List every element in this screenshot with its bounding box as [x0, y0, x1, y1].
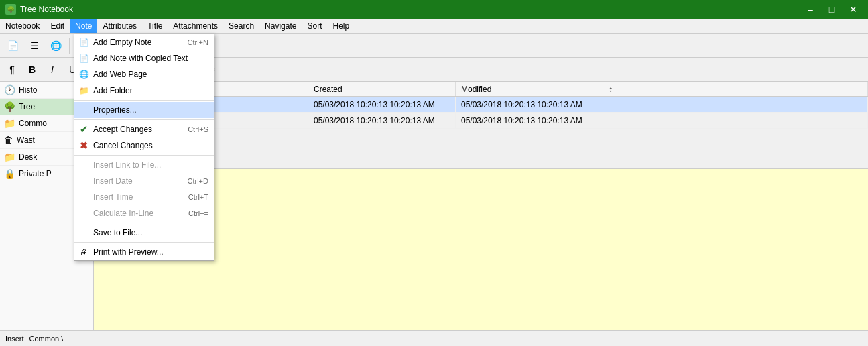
- menu-attributes[interactable]: Attributes: [97, 19, 142, 33]
- dropdown-sep-1: [74, 100, 214, 101]
- cancel-changes-icon: ✖: [77, 139, 90, 152]
- add-empty-note-shortcut: Ctrl+N: [188, 38, 208, 46]
- maximize-button[interactable]: □: [822, 2, 841, 17]
- menu-title[interactable]: Title: [142, 19, 168, 33]
- private-icon: 🔒: [4, 168, 15, 179]
- cell-modified-2: 05/03/2018 10:20:13 10:20:13 AM: [456, 113, 603, 128]
- close-button[interactable]: ✕: [844, 2, 863, 17]
- window-controls: – □ ✕: [801, 2, 863, 17]
- menu-cancel-changes[interactable]: ✖ Cancel Changes: [74, 137, 214, 154]
- menu-properties[interactable]: Properties...: [74, 102, 214, 118]
- app-title: Tree Notebook: [20, 5, 73, 14]
- col-extra: ↕: [603, 82, 868, 96]
- italic-button[interactable]: I: [43, 61, 62, 78]
- menu-attachments[interactable]: Attachments: [168, 19, 223, 33]
- calculate-inline-shortcut: Ctrl+=: [188, 209, 208, 217]
- calculate-inline-label: Calculate In-Line: [93, 209, 153, 218]
- add-note-copied-icon: 📄: [77, 52, 90, 65]
- accept-changes-shortcut: Ctrl+S: [188, 125, 208, 133]
- sidebar-label-desktop: Desk: [19, 152, 37, 162]
- menu-edit[interactable]: Edit: [45, 19, 70, 33]
- menu-search[interactable]: Search: [223, 19, 259, 33]
- tree-icon: 🌳: [4, 101, 15, 112]
- toolbar-sep-1: [69, 38, 70, 54]
- print-preview-label: Print with Preview...: [93, 247, 164, 257]
- menu-insert-link: Insert Link to File...: [74, 157, 214, 173]
- menu-insert-date: Insert Date Ctrl+D: [74, 173, 214, 189]
- menu-accept-changes[interactable]: ✔ Accept Changes Ctrl+S: [74, 121, 214, 137]
- sidebar-label-wastebin: Wast: [17, 135, 35, 145]
- minimize-button[interactable]: –: [801, 2, 820, 17]
- dropdown-sep-2: [74, 119, 214, 120]
- list-view-button[interactable]: ☰: [24, 36, 44, 55]
- menu-help[interactable]: Help: [327, 19, 355, 33]
- insert-time-label: Insert Time: [93, 192, 133, 202]
- cell-created-2: 05/03/2018 10:20:13 10:20:13 AM: [308, 113, 456, 128]
- menu-save-to-file[interactable]: Save to File...: [74, 225, 214, 241]
- menu-add-note-copied[interactable]: 📄 Add Note with Copied Text: [74, 50, 214, 66]
- note-dropdown-menu: 📄 Add Empty Note Ctrl+N 📄 Add Note with …: [74, 34, 214, 261]
- wastebin-icon: 🗑: [4, 135, 13, 146]
- insert-date-label: Insert Date: [93, 176, 133, 186]
- browser-button[interactable]: 🌐: [46, 36, 66, 55]
- status-bar: Insert Common \: [0, 330, 868, 346]
- menu-add-web-page[interactable]: 🌐 Add Web Page: [74, 66, 214, 82]
- add-folder-icon: 📁: [77, 84, 90, 97]
- dropdown-sep-4: [74, 223, 214, 223]
- add-empty-note-label: Add Empty Note: [93, 38, 151, 47]
- menu-add-folder[interactable]: 📁 Add Folder: [74, 82, 214, 99]
- new-doc-button[interactable]: 📄: [3, 36, 23, 55]
- cell-created-1: 05/03/2018 10:20:13 10:20:13 AM: [308, 97, 456, 112]
- cell-extra-1: [603, 97, 868, 112]
- dropdown-sep-5: [74, 242, 214, 243]
- insert-time-shortcut: Ctrl+T: [188, 193, 208, 201]
- menu-bar: Notebook Edit Note Attributes Title Atta…: [0, 19, 868, 34]
- accept-changes-label: Accept Changes: [93, 125, 152, 134]
- add-note-copied-label: Add Note with Copied Text: [93, 54, 188, 63]
- menu-notebook[interactable]: Notebook: [0, 19, 45, 33]
- menu-insert-time: Insert Time Ctrl+T: [74, 189, 214, 205]
- add-folder-label: Add Folder: [93, 86, 133, 95]
- insert-link-label: Insert Link to File...: [93, 160, 161, 170]
- status-path: Common \: [29, 335, 64, 343]
- desktop-icon: 📁: [4, 152, 15, 162]
- sidebar-label-history: Histo: [19, 85, 37, 95]
- paragraph-button[interactable]: ¶: [3, 61, 21, 78]
- sidebar-label-common: Commo: [19, 119, 47, 128]
- save-to-file-label: Save to File...: [93, 228, 142, 237]
- menu-navigate[interactable]: Navigate: [259, 19, 302, 33]
- app-icon: 🌳: [5, 4, 16, 15]
- cancel-changes-label: Cancel Changes: [93, 141, 153, 150]
- menu-note[interactable]: Note: [70, 19, 97, 33]
- menu-calculate-inline: Calculate In-Line Ctrl+=: [74, 205, 214, 221]
- add-empty-note-icon: 📄: [77, 36, 90, 49]
- menu-sort[interactable]: Sort: [302, 19, 327, 33]
- print-preview-icon: 🖨: [77, 245, 90, 259]
- sidebar-label-tree: Tree: [19, 102, 35, 111]
- col-modified[interactable]: Modified: [456, 82, 603, 96]
- history-icon: 🕐: [4, 84, 15, 95]
- status-mode: Insert: [5, 335, 24, 343]
- menu-add-empty-note[interactable]: 📄 Add Empty Note Ctrl+N: [74, 34, 214, 50]
- cell-extra-2: [603, 113, 868, 128]
- col-created[interactable]: Created: [308, 82, 456, 96]
- common-icon: 📁: [4, 118, 15, 129]
- add-web-page-icon: 🌐: [77, 68, 90, 81]
- menu-print-preview[interactable]: 🖨 Print with Preview...: [74, 244, 214, 260]
- dropdown-sep-3: [74, 155, 214, 156]
- insert-date-shortcut: Ctrl+D: [188, 177, 208, 185]
- add-web-page-label: Add Web Page: [93, 70, 147, 79]
- accept-changes-icon: ✔: [77, 123, 90, 136]
- cell-modified-1: 05/03/2018 10:20:13 10:20:13 AM: [456, 97, 603, 112]
- sidebar-label-private: Private P: [19, 169, 52, 178]
- bold-button[interactable]: B: [23, 61, 42, 78]
- properties-label: Properties...: [93, 105, 137, 115]
- title-bar: 🌳 Tree Notebook – □ ✕: [0, 0, 868, 19]
